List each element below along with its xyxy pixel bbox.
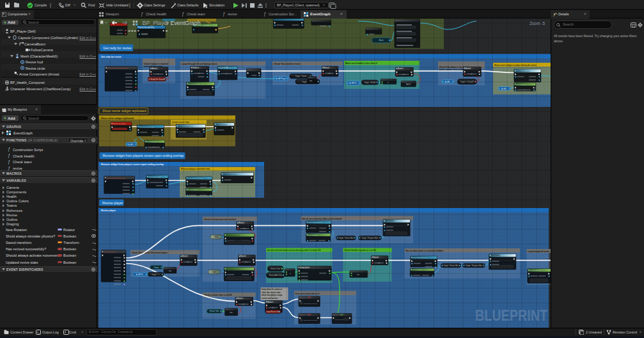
- svg-text:Self: Self: [213, 271, 216, 273]
- svg-text:Show revive widget replicated: Show revive widget replicated: [102, 109, 146, 113]
- svg-text:Remove widget from players scr: Remove widget from players screen upon e…: [103, 154, 184, 157]
- svg-text:On Component EndOverlap: On Component EndOverlap: [106, 177, 125, 179]
- svg-text:EventGraph: EventGraph: [171, 20, 201, 26]
- svg-text:Mesh: Mesh: [379, 39, 384, 42]
- svg-text:As BP...: As BP...: [129, 143, 135, 146]
- svg-text:Create RW Revive W...: Create RW Revive W...: [178, 125, 194, 127]
- svg-text:Does Object Implem...: Does Object Implem...: [226, 268, 242, 270]
- svg-text:keep Revive Time: keep Revive Time: [267, 310, 281, 313]
- svg-text:As BP Pl...: As BP Pl...: [136, 273, 145, 276]
- svg-text:Target · Revive Bar: Target · Revive Bar: [339, 237, 354, 239]
- svg-text:Cast To BP_...: Cast To BP_...: [220, 67, 231, 69]
- svg-text:Revive Add Time: Revive Add Time: [269, 274, 283, 277]
- svg-text:InputAction Revive: InputAction Revive: [104, 251, 117, 253]
- svg-text:SET: SET: [308, 296, 311, 299]
- svg-text:Revive player: Revive player: [101, 209, 116, 212]
- svg-text:Show revive widget: Show revive widget: [113, 123, 126, 124]
- svg-text:Get Controller: Get Controller: [308, 234, 318, 236]
- svg-text:Get Controller: Get Controller: [516, 84, 526, 86]
- svg-text:Add to Viewport: Add to Viewport: [216, 124, 227, 125]
- svg-text:Target · T...: Target · T...: [152, 273, 161, 276]
- svg-text:Switch Has Authority: Switch Has Authority: [139, 26, 155, 29]
- svg-text:Get redy for revive: Get redy for revive: [103, 46, 131, 50]
- svg-text:==: ==: [230, 311, 233, 314]
- svg-text:Target · Progress Bar: Target · Progress Bar: [362, 237, 379, 239]
- svg-text:Revive Time: Revive Time: [271, 268, 280, 270]
- svg-text:Shut Down Moveme...: Shut Down Moveme...: [304, 303, 319, 305]
- svg-text:Does Object Implem...: Does Object Implem...: [226, 234, 242, 236]
- svg-text:Show revive widget replicated: Show revive widget replicated: [101, 117, 134, 120]
- svg-text:>=: >=: [357, 273, 359, 276]
- svg-text:Branch: Branch: [267, 301, 273, 303]
- svg-text:Get Overlapping A...: Get Overlapping A...: [530, 270, 544, 271]
- svg-text:Get Controller: Get Controller: [188, 189, 198, 191]
- svg-text:Revive Time: Revive Time: [335, 319, 344, 321]
- svg-text:Target · Teams: Target · Teams: [295, 75, 307, 77]
- svg-text:Get Controller: Get Controller: [412, 269, 422, 271]
- svg-text:Revive player: Revive player: [102, 201, 123, 205]
- svg-text:Zoom -5: Zoom -5: [530, 21, 546, 26]
- svg-text:Target · Is Dead?: Target · Is Dead?: [460, 81, 474, 83]
- svg-text:Teams: Teams: [154, 266, 160, 269]
- svg-text:SET: SET: [340, 314, 343, 316]
- svg-text:Branch: Branch: [466, 67, 471, 70]
- svg-text:Is Ready For Revive?: Is Ready For Revive?: [148, 78, 165, 81]
- svg-text:NOT: NOT: [406, 83, 411, 86]
- svg-text:Cast To BP_PlayerCo...: Cast To BP_PlayerCo...: [139, 126, 155, 128]
- svg-text:Cast To BP_player C...: Cast To BP_player C...: [188, 177, 203, 179]
- svg-text:Branch: Branch: [182, 255, 188, 257]
- svg-text:Set Visibility: Set Visibility: [491, 254, 501, 257]
- svg-text:As BP...: As BP...: [445, 81, 452, 83]
- svg-text:BP_Player: BP_Player: [143, 20, 169, 26]
- svg-text:>: >: [388, 81, 389, 84]
- svg-text:On Component BeginOverlap: On Component BeginOverlap: [107, 67, 129, 69]
- svg-text:Cast To BP_Player: Cast To BP_Player: [148, 176, 161, 178]
- svg-text:Branch: Branch: [237, 297, 243, 300]
- svg-text:SET: SET: [308, 314, 311, 316]
- svg-text:Branch: Branch: [240, 255, 246, 257]
- svg-text:BLUEPRINT: BLUEPRINT: [475, 307, 547, 324]
- svg-text:As BP Pl...: As BP Pl...: [349, 82, 357, 84]
- svg-text:Revive Time: Revive Time: [210, 310, 219, 312]
- svg-text:BP Get player contr...: BP Get player contr...: [516, 70, 531, 72]
- svg-text:==: ==: [310, 79, 312, 82]
- svg-text:As BP Player: As BP Player: [276, 77, 286, 80]
- svg-text:Self: Self: [215, 236, 218, 238]
- svg-text:Branch: Branch: [398, 67, 404, 70]
- svg-text:Target · Revive Bar: Target · Revive Bar: [444, 264, 459, 267]
- svg-text:Branch: Branch: [324, 67, 330, 69]
- svg-text:ForEach...: ForEach...: [192, 67, 200, 69]
- svg-text:Remove widget from players scr: Remove widget from players screen upon e…: [101, 163, 164, 166]
- svg-text:Target · Progress Bar: Target · Progress Bar: [466, 264, 482, 267]
- svg-text:Set Visibility: Set Visibility: [386, 220, 395, 222]
- svg-text:Target · Health: Target · Health: [365, 81, 376, 84]
- svg-text:Get redy for revive: Get redy for revive: [101, 56, 122, 58]
- svg-text:Remove revive hud f...: Remove revive hud f...: [223, 173, 239, 175]
- svg-text:Shut Down Moveme...: Shut Down Moveme...: [304, 319, 319, 321]
- svg-text:As BP...: As BP...: [501, 88, 508, 90]
- svg-text:==: ==: [169, 270, 171, 272]
- svg-text:Branch: Branch: [239, 221, 244, 224]
- svg-text:Branch: Branch: [373, 256, 379, 259]
- svg-text:Branch: Branch: [152, 67, 157, 70]
- svg-text:Get Overlapping Act...: Get Overlapping Act...: [189, 83, 205, 85]
- svg-text:Get Controller: Get Controller: [147, 141, 157, 143]
- svg-text:Clamp (float): Clamp (float): [300, 266, 310, 269]
